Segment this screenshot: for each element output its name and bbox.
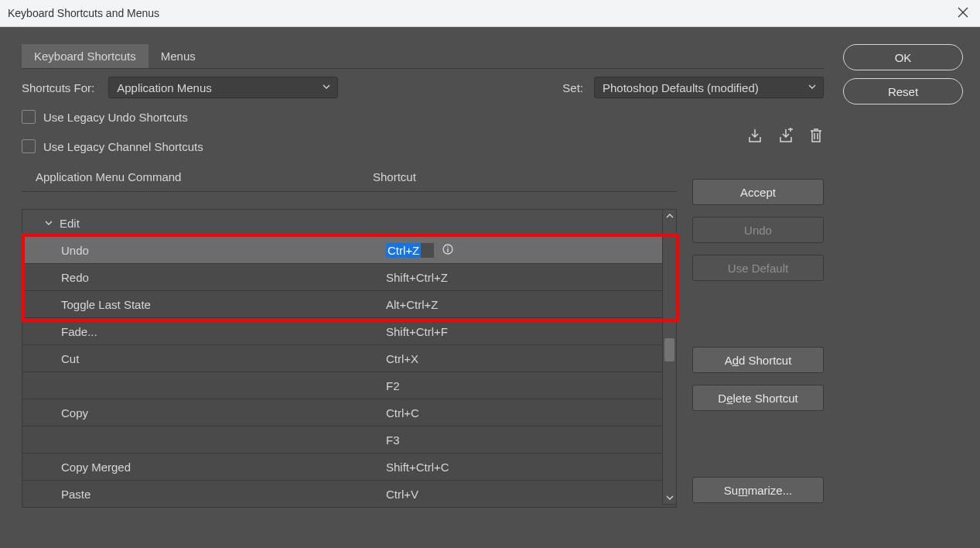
tab-keyboard-shortcuts[interactable]: Keyboard Shortcuts <box>22 44 149 68</box>
close-icon[interactable] <box>954 5 972 22</box>
set-label: Set: <box>562 81 583 94</box>
undo-button[interactable]: Undo <box>692 217 824 243</box>
window-title: Keyboard Shortcuts and Menus <box>8 7 159 19</box>
ok-button[interactable]: OK <box>843 44 963 70</box>
scroll-thumb[interactable] <box>664 338 674 361</box>
row-fade[interactable]: Fade... Shift+Ctrl+F <box>22 317 676 344</box>
tab-bar: Keyboard Shortcuts Menus <box>22 44 824 69</box>
title-bar: Keyboard Shortcuts and Menus <box>0 0 980 27</box>
row-copy-merged[interactable]: Copy Merged Shift+Ctrl+C <box>22 453 676 480</box>
use-default-button[interactable]: Use Default <box>692 255 824 281</box>
category-row-edit[interactable]: Edit <box>22 210 676 236</box>
shortcuts-table: Edit Undo Ctrl+Z Redo <box>22 209 677 508</box>
table-header: Application Menu Command Shortcut <box>22 162 677 192</box>
tab-menus[interactable]: Menus <box>149 44 208 68</box>
row-undo[interactable]: Undo Ctrl+Z <box>22 236 676 263</box>
legacy-undo-checkbox[interactable]: Use Legacy Undo Shortcuts <box>22 106 746 128</box>
row-cut-alt[interactable]: F2 <box>22 372 676 399</box>
delete-shortcut-button[interactable]: Delete Shortcut <box>692 385 824 411</box>
new-set-icon[interactable] <box>777 128 794 146</box>
shortcut-input[interactable]: Ctrl+Z <box>386 243 434 258</box>
reset-button[interactable]: Reset <box>843 78 963 104</box>
chevron-down-icon <box>322 82 331 91</box>
shortcuts-for-select[interactable]: Application Menus <box>108 77 338 98</box>
set-select[interactable]: Photoshop Defaults (modified) <box>594 77 824 98</box>
scroll-down-icon[interactable] <box>664 491 675 504</box>
save-set-icon[interactable] <box>746 128 763 146</box>
checkbox-icon <box>22 139 36 153</box>
row-copy[interactable]: Copy Ctrl+C <box>22 399 676 426</box>
chevron-down-icon <box>808 82 817 91</box>
add-shortcut-button[interactable]: Add Shortcut <box>692 347 824 373</box>
row-toggle-last-state[interactable]: Toggle Last State Alt+Ctrl+Z <box>22 290 676 317</box>
accept-button[interactable]: Accept <box>692 179 824 205</box>
row-paste[interactable]: Paste Ctrl+V <box>22 480 676 507</box>
row-copy-alt[interactable]: F3 <box>22 426 676 453</box>
trash-icon[interactable] <box>808 127 824 146</box>
summarize-button[interactable]: Summarize... <box>692 477 824 503</box>
checkbox-icon <box>22 110 36 124</box>
info-icon[interactable] <box>442 243 454 258</box>
chevron-down-icon <box>44 217 53 230</box>
row-cut[interactable]: Cut Ctrl+X <box>22 344 676 372</box>
legacy-channel-checkbox[interactable]: Use Legacy Channel Shortcuts <box>22 135 746 157</box>
row-redo[interactable]: Redo Shift+Ctrl+Z <box>22 263 676 290</box>
scrollbar[interactable] <box>662 209 677 505</box>
svg-point-1 <box>447 246 449 248</box>
shortcuts-for-label: Shortcuts For: <box>22 81 94 94</box>
scroll-up-icon[interactable] <box>664 210 675 222</box>
